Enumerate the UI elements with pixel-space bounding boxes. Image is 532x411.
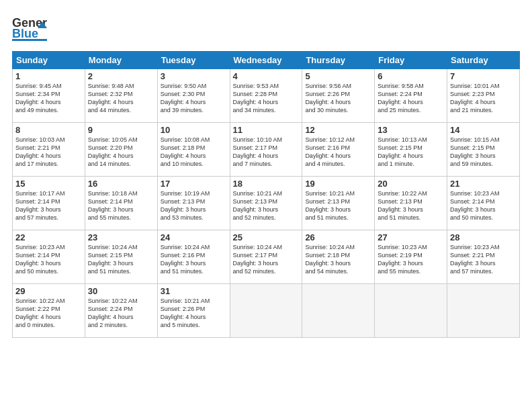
cell-content: Sunrise: 10:21 AMSunset: 2:13 PMDaylight… xyxy=(233,189,300,222)
day-number: 23 xyxy=(88,232,154,242)
cell-content: Sunrise: 10:05 AMSunset: 2:20 PMDaylight… xyxy=(88,136,154,169)
cell-content: Sunrise: 9:48 AMSunset: 2:32 PMDaylight:… xyxy=(88,82,154,115)
cell-content: Sunrise: 10:13 AMSunset: 2:15 PMDaylight… xyxy=(378,136,444,169)
day-number: 2 xyxy=(88,71,154,81)
day-number: 7 xyxy=(450,71,517,81)
calendar-cell xyxy=(230,284,302,338)
calendar-cell: 7Sunrise: 10:01 AMSunset: 2:23 PMDayligh… xyxy=(447,69,520,123)
calendar-header-friday: Friday xyxy=(375,52,447,69)
calendar-cell: 16Sunrise: 10:18 AMSunset: 2:14 PMDaylig… xyxy=(85,177,157,230)
calendar-week-4: 22Sunrise: 10:23 AMSunset: 2:14 PMDaylig… xyxy=(13,230,520,284)
calendar-cell: 17Sunrise: 10:19 AMSunset: 2:13 PMDaylig… xyxy=(157,177,230,230)
day-number: 27 xyxy=(378,232,444,242)
calendar-cell: 26Sunrise: 10:24 AMSunset: 2:18 PMDaylig… xyxy=(302,230,375,284)
cell-content: Sunrise: 10:22 AMSunset: 2:13 PMDaylight… xyxy=(378,189,444,222)
calendar-cell: 19Sunrise: 10:21 AMSunset: 2:13 PMDaylig… xyxy=(302,177,375,230)
calendar-cell: 8Sunrise: 10:03 AMSunset: 2:21 PMDayligh… xyxy=(13,123,85,177)
calendar: SundayMondayTuesdayWednesdayThursdayFrid… xyxy=(12,51,520,338)
calendar-cell: 11Sunrise: 10:10 AMSunset: 2:17 PMDaylig… xyxy=(230,123,302,177)
cell-content: Sunrise: 9:56 AMSunset: 2:26 PMDaylight:… xyxy=(305,82,371,115)
cell-content: Sunrise: 10:21 AMSunset: 2:13 PMDaylight… xyxy=(305,189,371,222)
day-number: 18 xyxy=(233,179,300,189)
day-number: 10 xyxy=(161,125,227,135)
day-number: 31 xyxy=(161,286,227,296)
calendar-week-3: 15Sunrise: 10:17 AMSunset: 2:14 PMDaylig… xyxy=(13,177,520,230)
calendar-cell: 1Sunrise: 9:45 AMSunset: 2:34 PMDaylight… xyxy=(13,69,85,123)
calendar-cell: 21Sunrise: 10:23 AMSunset: 2:14 PMDaylig… xyxy=(447,177,520,230)
cell-content: Sunrise: 10:24 AMSunset: 2:15 PMDaylight… xyxy=(88,243,154,276)
cell-content: Sunrise: 10:10 AMSunset: 2:17 PMDaylight… xyxy=(233,136,300,169)
calendar-cell xyxy=(447,284,520,338)
calendar-week-5: 29Sunrise: 10:22 AMSunset: 2:22 PMDaylig… xyxy=(13,284,520,338)
day-number: 1 xyxy=(15,71,82,81)
cell-content: Sunrise: 9:53 AMSunset: 2:28 PMDaylight:… xyxy=(233,82,300,115)
calendar-cell: 13Sunrise: 10:13 AMSunset: 2:15 PMDaylig… xyxy=(375,123,447,177)
calendar-cell: 30Sunrise: 10:22 AMSunset: 2:24 PMDaylig… xyxy=(85,284,157,338)
calendar-cell: 20Sunrise: 10:22 AMSunset: 2:13 PMDaylig… xyxy=(375,177,447,230)
calendar-week-2: 8Sunrise: 10:03 AMSunset: 2:21 PMDayligh… xyxy=(13,123,520,177)
day-number: 25 xyxy=(233,232,300,242)
cell-content: Sunrise: 10:22 AMSunset: 2:24 PMDaylight… xyxy=(88,297,154,330)
calendar-cell xyxy=(375,284,447,338)
calendar-cell: 22Sunrise: 10:23 AMSunset: 2:14 PMDaylig… xyxy=(13,230,85,284)
cell-content: Sunrise: 10:08 AMSunset: 2:18 PMDaylight… xyxy=(161,136,227,169)
day-number: 21 xyxy=(450,179,517,189)
svg-text:Blue: Blue xyxy=(12,27,38,40)
cell-content: Sunrise: 10:21 AMSunset: 2:26 PMDaylight… xyxy=(161,297,227,330)
day-number: 12 xyxy=(305,125,371,135)
calendar-cell: 18Sunrise: 10:21 AMSunset: 2:13 PMDaylig… xyxy=(230,177,302,230)
header: General Blue xyxy=(12,12,520,44)
calendar-cell: 31Sunrise: 10:21 AMSunset: 2:26 PMDaylig… xyxy=(157,284,230,338)
cell-content: Sunrise: 10:19 AMSunset: 2:13 PMDaylight… xyxy=(161,189,227,222)
day-number: 19 xyxy=(305,179,371,189)
calendar-header-row: SundayMondayTuesdayWednesdayThursdayFrid… xyxy=(13,52,520,69)
day-number: 4 xyxy=(233,71,300,81)
day-number: 22 xyxy=(15,232,82,242)
calendar-header-sunday: Sunday xyxy=(13,52,85,69)
day-number: 24 xyxy=(161,232,227,242)
day-number: 9 xyxy=(88,125,154,135)
logo: General Blue xyxy=(12,12,47,44)
calendar-cell: 23Sunrise: 10:24 AMSunset: 2:15 PMDaylig… xyxy=(85,230,157,284)
cell-content: Sunrise: 10:22 AMSunset: 2:22 PMDaylight… xyxy=(15,297,82,330)
cell-content: Sunrise: 10:01 AMSunset: 2:23 PMDaylight… xyxy=(450,82,517,115)
cell-content: Sunrise: 10:23 AMSunset: 2:14 PMDaylight… xyxy=(450,189,517,222)
calendar-cell: 4Sunrise: 9:53 AMSunset: 2:28 PMDaylight… xyxy=(230,69,302,123)
calendar-body: 1Sunrise: 9:45 AMSunset: 2:34 PMDaylight… xyxy=(13,69,520,338)
cell-content: Sunrise: 10:24 AMSunset: 2:17 PMDaylight… xyxy=(233,243,300,276)
day-number: 20 xyxy=(378,179,444,189)
calendar-cell: 5Sunrise: 9:56 AMSunset: 2:26 PMDaylight… xyxy=(302,69,375,123)
day-number: 17 xyxy=(161,179,227,189)
day-number: 29 xyxy=(15,286,82,296)
day-number: 5 xyxy=(305,71,371,81)
calendar-cell: 28Sunrise: 10:23 AMSunset: 2:21 PMDaylig… xyxy=(447,230,520,284)
day-number: 16 xyxy=(88,179,154,189)
calendar-cell: 24Sunrise: 10:24 AMSunset: 2:16 PMDaylig… xyxy=(157,230,230,284)
calendar-cell: 29Sunrise: 10:22 AMSunset: 2:22 PMDaylig… xyxy=(13,284,85,338)
day-number: 15 xyxy=(15,179,82,189)
cell-content: Sunrise: 9:50 AMSunset: 2:30 PMDaylight:… xyxy=(161,82,227,115)
calendar-header-tuesday: Tuesday xyxy=(157,52,230,69)
calendar-week-1: 1Sunrise: 9:45 AMSunset: 2:34 PMDaylight… xyxy=(13,69,520,123)
cell-content: Sunrise: 9:58 AMSunset: 2:24 PMDaylight:… xyxy=(378,82,444,115)
calendar-cell xyxy=(302,284,375,338)
calendar-cell: 14Sunrise: 10:15 AMSunset: 2:15 PMDaylig… xyxy=(447,123,520,177)
day-number: 14 xyxy=(450,125,517,135)
page: General Blue SundayMondayTuesdayWednesda… xyxy=(0,0,532,411)
svg-rect-3 xyxy=(12,39,47,41)
cell-content: Sunrise: 10:18 AMSunset: 2:14 PMDaylight… xyxy=(88,189,154,222)
calendar-cell: 9Sunrise: 10:05 AMSunset: 2:20 PMDayligh… xyxy=(85,123,157,177)
cell-content: Sunrise: 10:24 AMSunset: 2:16 PMDaylight… xyxy=(161,243,227,276)
calendar-header-monday: Monday xyxy=(85,52,157,69)
logo-icon: General Blue xyxy=(12,12,47,44)
day-number: 30 xyxy=(88,286,154,296)
day-number: 26 xyxy=(305,232,371,242)
cell-content: Sunrise: 10:24 AMSunset: 2:18 PMDaylight… xyxy=(305,243,371,276)
cell-content: Sunrise: 10:17 AMSunset: 2:14 PMDaylight… xyxy=(15,189,82,222)
calendar-cell: 2Sunrise: 9:48 AMSunset: 2:32 PMDaylight… xyxy=(85,69,157,123)
calendar-cell: 25Sunrise: 10:24 AMSunset: 2:17 PMDaylig… xyxy=(230,230,302,284)
day-number: 3 xyxy=(161,71,227,81)
day-number: 13 xyxy=(378,125,444,135)
calendar-header-thursday: Thursday xyxy=(302,52,375,69)
calendar-cell: 6Sunrise: 9:58 AMSunset: 2:24 PMDaylight… xyxy=(375,69,447,123)
